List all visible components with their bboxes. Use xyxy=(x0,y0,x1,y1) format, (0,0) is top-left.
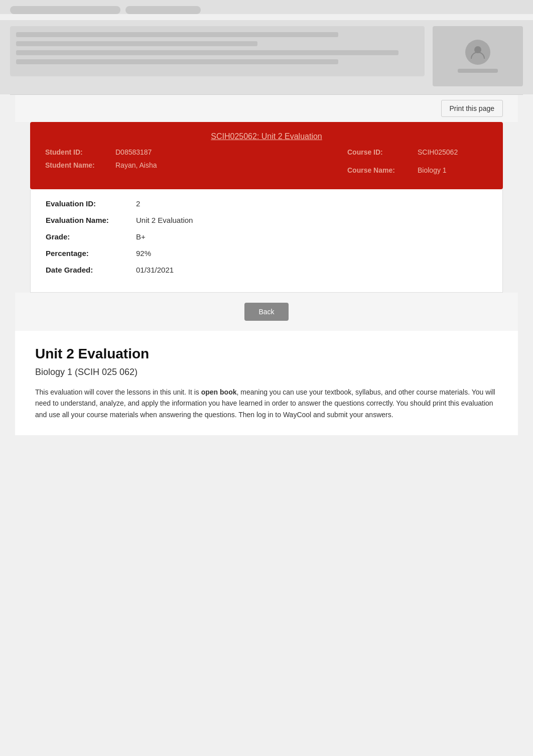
course-id-label: Course ID: xyxy=(347,148,418,156)
nav-bar-row xyxy=(10,6,523,14)
print-button[interactable]: Print this page xyxy=(441,100,503,117)
back-button[interactable]: Back xyxy=(244,303,288,321)
course-name-row: Course Name: Biology 1 xyxy=(347,166,488,174)
content-subtitle: Biology 1 (SCIH 025 062) xyxy=(35,367,498,377)
nav-pill-1 xyxy=(10,6,120,14)
skeleton-line-4 xyxy=(16,59,338,64)
eval-id-row: Evaluation ID: 2 xyxy=(46,199,487,208)
student-name-label: Student Name: xyxy=(45,161,115,169)
student-name-value: Rayan, Aisha xyxy=(115,161,157,169)
skeleton-line-1 xyxy=(16,32,338,37)
skeleton-line-3 xyxy=(16,50,398,55)
header-left-content xyxy=(10,26,425,76)
student-id-label: Student ID: xyxy=(45,148,115,156)
course-id-row: Course ID: SCIH025062 xyxy=(347,148,488,156)
page-container: Print this page SCIH025062: Unit 2 Evalu… xyxy=(0,0,533,450)
content-body-text-1: This evaluation will cover the lessons i… xyxy=(35,388,201,396)
content-title: Unit 2 Evaluation xyxy=(35,346,498,362)
content-area: Unit 2 Evaluation Biology 1 (SCIH 025 06… xyxy=(15,331,518,435)
date-graded-value: 01/31/2021 xyxy=(136,266,174,274)
user-icon xyxy=(470,45,485,60)
eval-id-label: Evaluation ID: xyxy=(46,199,136,208)
skeleton-line-2 xyxy=(16,41,257,46)
avatar xyxy=(465,40,490,65)
grade-row: Grade: B+ xyxy=(46,232,487,241)
course-name-value: Biology 1 xyxy=(418,166,447,174)
percentage-label: Percentage: xyxy=(46,249,136,258)
panel-right-col: Course ID: SCIH025062 Course Name: Biolo… xyxy=(347,148,488,179)
course-id-value: SCIH025062 xyxy=(418,148,458,156)
percentage-row: Percentage: 92% xyxy=(46,249,487,258)
header-right-avatar xyxy=(433,26,523,86)
evaluation-details-section: Evaluation ID: 2 Evaluation Name: Unit 2… xyxy=(30,189,503,293)
content-body: This evaluation will cover the lessons i… xyxy=(35,387,498,420)
date-graded-row: Date Graded: 01/31/2021 xyxy=(46,266,487,274)
student-info-panel: SCIH025062: Unit 2 Evaluation Student ID… xyxy=(30,122,503,189)
student-name-row: Student Name: Rayan, Aisha xyxy=(45,161,347,169)
eval-name-row: Evaluation Name: Unit 2 Evaluation xyxy=(46,216,487,224)
header-area xyxy=(0,20,533,94)
content-bold-text: open book xyxy=(201,388,237,396)
top-nav-area xyxy=(0,0,533,14)
student-id-value: D08583187 xyxy=(115,148,152,156)
percentage-value: 92% xyxy=(136,249,151,258)
panel-body: Student ID: D08583187 Student Name: Raya… xyxy=(45,148,488,179)
course-name-label: Course Name: xyxy=(347,166,418,174)
eval-name-label: Evaluation Name: xyxy=(46,216,136,224)
avatar-name-skeleton xyxy=(458,69,498,73)
eval-name-value: Unit 2 Evaluation xyxy=(136,216,193,224)
back-button-area: Back xyxy=(15,293,518,331)
student-id-row: Student ID: D08583187 xyxy=(45,148,347,156)
date-graded-label: Date Graded: xyxy=(46,266,136,274)
nav-pill-2 xyxy=(125,6,201,14)
main-content: Print this page SCIH025062: Unit 2 Evalu… xyxy=(0,95,533,450)
grade-label: Grade: xyxy=(46,232,136,241)
panel-left-col: Student ID: D08583187 Student Name: Raya… xyxy=(45,148,347,179)
print-button-area: Print this page xyxy=(15,95,518,122)
grade-value: B+ xyxy=(136,232,146,241)
panel-title: SCIH025062: Unit 2 Evaluation xyxy=(45,132,488,141)
eval-id-value: 2 xyxy=(136,199,140,208)
